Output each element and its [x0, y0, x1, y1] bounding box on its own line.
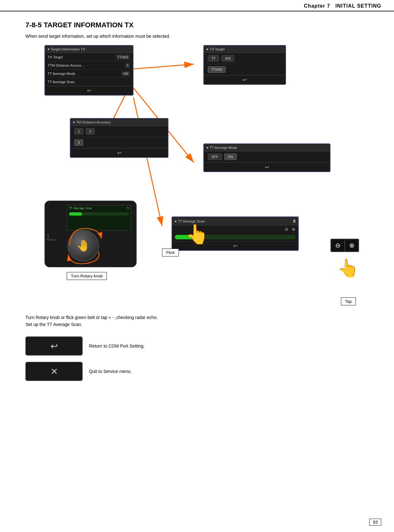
panel4-back[interactable]: ↩	[204, 163, 330, 171]
instructions: Turn Rotary knob or flick green belt or …	[25, 315, 369, 327]
knob-arrows	[64, 226, 105, 264]
tap-label: Tap	[341, 297, 356, 305]
panel1-back[interactable]: ↩	[45, 86, 133, 95]
quit-icon: ✕	[51, 366, 58, 377]
panel2-back[interactable]: ↩	[204, 75, 285, 84]
panel1-row-ttm: TTM Distance Accura... 3	[45, 61, 133, 70]
panel-ttm-accuracy: TM Distance Accuracy 1 2 3 ↩	[70, 118, 168, 158]
quit-description: Quit to Service menu.	[89, 369, 132, 374]
return-icon-btn[interactable]: ↩	[25, 336, 83, 356]
panel2-title: TX Target	[204, 46, 285, 53]
panel4-buttons-row1: OFF ON	[204, 151, 330, 163]
btn-minus[interactable]: ⊖	[285, 227, 289, 232]
btn-ttais[interactable]: TT/AIS	[208, 66, 226, 73]
panel3-title: TM Distance Accuracy	[71, 119, 168, 126]
panel-avg-mode: TT Average Mode OFF ON ↩	[203, 143, 330, 172]
svg-line-4	[133, 97, 162, 226]
intro-text: When send target information, set up whi…	[25, 34, 369, 39]
turn-rotary-label: Turn Rotary knob	[67, 272, 107, 280]
return-icon: ↩	[51, 341, 58, 351]
panel1-row-avg-mode: TT Average Mode ON	[45, 70, 133, 78]
page-header: Chapter 7 INITIAL SETTING	[0, 0, 394, 11]
tap-hand-icon: 👆	[337, 258, 359, 278]
panel-target-info: Target Imformation TX TX Target TT/AIS T…	[44, 45, 133, 96]
minus-physical-btn[interactable]: ⊖	[331, 239, 345, 251]
btn-off[interactable]: OFF	[208, 154, 222, 160]
btn-tt[interactable]: TT	[208, 55, 219, 62]
btn-plus[interactable]: ⊕	[292, 227, 296, 232]
panel1-title: Target Imformation TX	[45, 46, 133, 53]
panel4-title: TT Average Mode	[204, 144, 330, 151]
tap-hand-area: 👆	[337, 258, 359, 278]
page-number: 93	[369, 519, 381, 526]
section-title: 7-8-5 TARGET INFORMATION TX	[25, 21, 369, 29]
panel-tx-target: TX Target TT AIS TT/AIS ↩	[203, 45, 286, 85]
diagram-area: Target Imformation TX TX Target TT/AIS T…	[25, 45, 369, 305]
flick-label: Flick	[162, 249, 179, 256]
flick-area: 👆 Flick	[149, 223, 245, 256]
panel2-buttons-row2: TT/AIS	[204, 64, 285, 75]
device-illustration: TT Average Scan 5 USB PWR/CLR 🤚	[44, 201, 137, 267]
return-panel-row: ↩ Return to COM Port Setting.	[25, 336, 369, 356]
btn-1[interactable]: 1	[74, 128, 83, 135]
header-title: Chapter 7 INITIAL SETTING	[304, 3, 381, 9]
panel1-row-tx-target: TX Target TT/AIS	[45, 53, 133, 61]
flick-hand-icon: 👆	[149, 223, 245, 245]
svg-line-1	[133, 64, 194, 69]
btn-2[interactable]: 2	[86, 128, 95, 135]
instruction-2: Set up the TT Average Scan.	[25, 322, 369, 327]
btn-ais[interactable]: AIS	[221, 55, 234, 62]
icon-panels: ↩ Return to COM Port Setting. ✕ Quit to …	[25, 336, 369, 381]
plus-physical-btn[interactable]: ⊕	[345, 239, 358, 251]
panel3-buttons-row1: 1 2	[71, 126, 168, 137]
quit-panel-row: ✕ Quit to Service menu.	[25, 362, 369, 381]
instruction-1: Turn Rotary knob or flick green belt or …	[25, 315, 369, 320]
btn-on[interactable]: ON	[224, 154, 237, 160]
panel1-row-avg-scan: TT Average Scan	[45, 78, 133, 86]
return-description: Return to COM Port Setting.	[89, 343, 145, 349]
panel3-back[interactable]: ↩	[71, 148, 168, 157]
btn-3[interactable]: 3	[74, 139, 83, 146]
quit-icon-btn[interactable]: ✕	[25, 362, 83, 381]
main-content: 7-8-5 TARGET INFORMATION TX When send ta…	[0, 21, 394, 400]
panel3-buttons-row2: 3	[71, 137, 168, 148]
pm-physical-buttons: ⊖ ⊕	[330, 239, 359, 252]
panel2-buttons-row1: TT AIS	[204, 53, 285, 64]
